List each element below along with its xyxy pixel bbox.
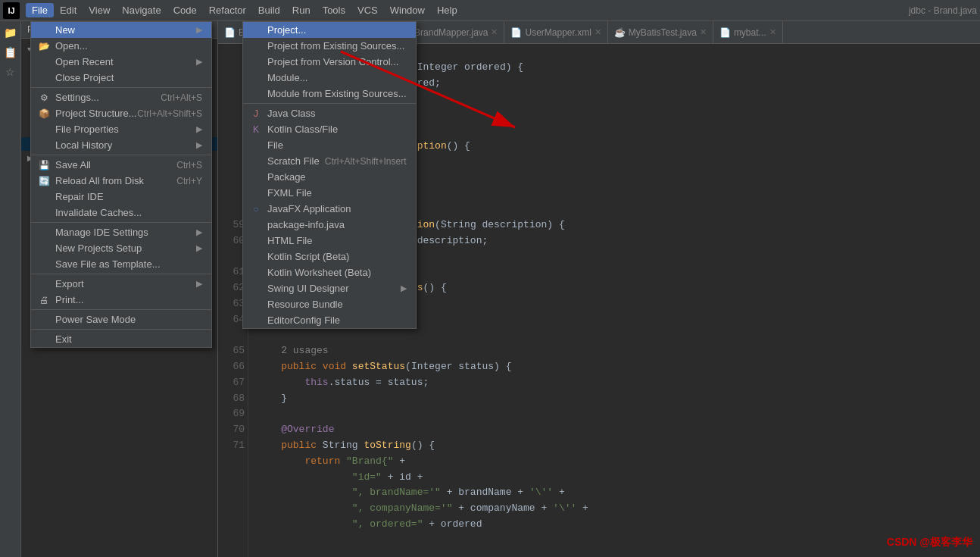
menu-refactor[interactable]: Refactor [203, 3, 252, 17]
tab-mybatistest[interactable]: ☕ MyBatisTest.java ✕ [608, 21, 713, 43]
code-line: } [257, 391, 971, 407]
menu-package-info[interactable]: package-info.java [243, 217, 416, 233]
menu-help[interactable]: Help [431, 3, 463, 17]
menu-project[interactable]: Project... [243, 22, 416, 38]
menu-module-from-existing[interactable]: Module from Existing Sources... [243, 86, 416, 102]
menu-exit[interactable]: Exit [31, 331, 211, 347]
menu-window[interactable]: Window [384, 3, 431, 17]
tab-usermapper[interactable]: 📄 UserMapper.xml ✕ [504, 21, 607, 43]
submenu-arrow: ▶ [196, 124, 202, 134]
code-line: ", companyName='" + companyName + '\'' + [257, 501, 971, 517]
submenu-arrow: ▶ [196, 25, 202, 35]
menu-print[interactable]: 🖨 Print... [31, 292, 211, 308]
menu-run[interactable]: Run [286, 3, 317, 17]
window-title: jdbc - Brand.java [909, 5, 977, 16]
menu-code[interactable]: Code [167, 3, 203, 17]
watermark: CSDN @极客李华 [887, 536, 972, 549]
menu-save-template[interactable]: Save File as Template... [31, 256, 211, 272]
menu-editorconfig[interactable]: EditorConfig File [243, 312, 416, 328]
menu-local-history[interactable]: Local History ▶ [31, 137, 211, 153]
structure-icon[interactable]: 📋 [2, 44, 19, 61]
menu-open[interactable]: 📂 Open... [31, 38, 211, 54]
favorites-icon[interactable]: ☆ [2, 64, 19, 80]
menu-power-save[interactable]: Power Save Mode [31, 311, 211, 327]
menu-open-recent[interactable]: Open Recent ▶ [31, 54, 211, 70]
submenu-arrow: ▶ [196, 279, 202, 289]
code-line: return "Brand{" + [257, 454, 971, 470]
menu-file-properties[interactable]: File Properties ▶ [31, 121, 211, 137]
java-class-icon: J [249, 108, 263, 119]
menu-kotlin-script[interactable]: Kotlin Script (Beta) [243, 249, 416, 264]
code-line: ", ordered=" + ordered [257, 517, 971, 533]
tab-close-icon[interactable]: ✕ [769, 27, 776, 37]
tab-close-icon[interactable]: ✕ [491, 27, 498, 37]
menu-navigate[interactable]: Navigate [116, 3, 167, 17]
menu-settings[interactable]: ⚙ Settings... Ctrl+Alt+S [31, 89, 211, 105]
menu-project-structure[interactable]: 📦 Project Structure... Ctrl+Alt+Shift+S [31, 105, 211, 121]
menu-kotlin-worksheet[interactable]: Kotlin Worksheet (Beta) [243, 264, 416, 280]
menu-resource-bundle[interactable]: Resource Bundle [243, 296, 416, 312]
menu-separator [31, 222, 211, 223]
menu-java-class[interactable]: J Java Class [243, 105, 416, 121]
tab-close-icon[interactable]: ✕ [700, 27, 707, 37]
menu-package[interactable]: Package [243, 169, 416, 185]
menu-javafx-app[interactable]: ○ JavaFX Application [243, 201, 416, 217]
open-icon: 📂 [37, 41, 51, 52]
menu-project-from-vcs[interactable]: Project from Version Control... [243, 54, 416, 70]
menu-kotlin-class[interactable]: K Kotlin Class/File [243, 121, 416, 137]
code-line [257, 327, 971, 343]
file-menu-dropdown: New ▶ 📂 Open... Open Recent ▶ Close Proj… [30, 21, 212, 348]
menu-separator [31, 309, 211, 310]
menu-save-all[interactable]: 💾 Save All Ctrl+S [31, 157, 211, 173]
menu-new-projects-setup[interactable]: New Projects Setup ▶ [31, 240, 211, 256]
submenu-arrow: ▶ [401, 283, 407, 293]
project-structure-icon: 📦 [37, 108, 51, 119]
menu-new[interactable]: New ▶ [31, 22, 211, 38]
menu-close-project[interactable]: Close Project [31, 70, 211, 86]
menu-html-file[interactable]: HTML File [243, 233, 416, 249]
print-icon: 🖨 [37, 295, 51, 305]
menu-build[interactable]: Build [252, 3, 286, 17]
menu-view[interactable]: View [83, 3, 116, 17]
menu-repair-ide[interactable]: Repair IDE [31, 189, 211, 205]
menu-project-from-existing[interactable]: Project from Existing Sources... [243, 38, 416, 54]
project-icon[interactable]: 📁 [2, 24, 19, 41]
reload-icon: 🔄 [37, 176, 51, 186]
menu-manage-ide[interactable]: Manage IDE Settings ▶ [31, 224, 211, 240]
menu-module[interactable]: Module... [243, 70, 416, 86]
menu-tools[interactable]: Tools [317, 3, 351, 17]
code-line: public void setStatus(Integer status) { [257, 359, 971, 375]
menu-reload[interactable]: 🔄 Reload All from Disk Ctrl+Y [31, 173, 211, 189]
kotlin-class-icon: K [249, 124, 263, 135]
code-line: 2 usages [257, 343, 971, 359]
menu-separator [31, 155, 211, 155]
submenu-arrow: ▶ [196, 140, 202, 150]
menu-file[interactable]: File [243, 137, 416, 153]
menubar: IJ File Edit View Navigate Code Refactor… [0, 0, 980, 21]
menu-invalidate[interactable]: Invalidate Caches... [31, 205, 211, 221]
tab-mybat[interactable]: 📄 mybat... ✕ [713, 21, 783, 43]
app-icon: IJ [3, 2, 20, 19]
code-line: public String toString() { [257, 438, 971, 454]
submenu-arrow: ▶ [196, 227, 202, 237]
menu-separator [243, 103, 416, 104]
code-line [257, 406, 971, 422]
save-all-icon: 💾 [37, 160, 51, 171]
submenu-arrow: ▶ [196, 57, 202, 67]
tab-close-icon[interactable]: ✕ [595, 27, 601, 37]
menu-vcs[interactable]: VCS [351, 3, 384, 17]
code-line: "id=" + id + [257, 470, 971, 486]
submenu-arrow: ▶ [196, 243, 202, 253]
menu-file[interactable]: File [26, 3, 54, 17]
menu-separator [31, 274, 211, 274]
menu-swing-ui[interactable]: Swing UI Designer ▶ [243, 280, 416, 296]
new-submenu: Project... Project from Existing Sources… [242, 21, 417, 329]
code-line: this.status = status; [257, 375, 971, 391]
menu-separator [31, 87, 211, 88]
menu-edit[interactable]: Edit [54, 3, 83, 17]
settings-icon: ⚙ [37, 92, 51, 103]
menu-fxml-file[interactable]: FXML File [243, 185, 416, 201]
menu-separator [31, 329, 211, 330]
menu-scratch-file[interactable]: Scratch File Ctrl+Alt+Shift+Insert [243, 153, 416, 169]
menu-export[interactable]: Export ▶ [31, 276, 211, 292]
